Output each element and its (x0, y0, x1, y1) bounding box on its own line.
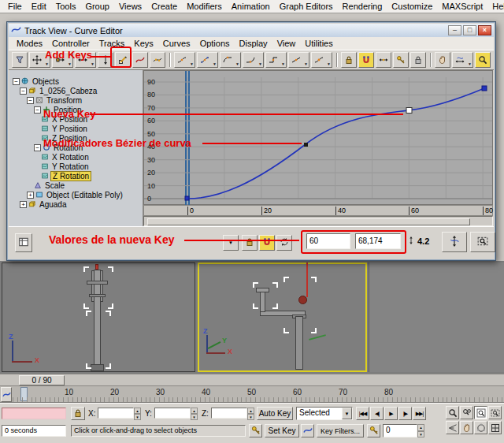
previous-frame-button[interactable]: ◀| (370, 407, 384, 420)
trackview-menu-controller[interactable]: Controller (47, 38, 94, 49)
trackview-menu-modes[interactable]: Modes (12, 38, 47, 49)
menu-item-rendering[interactable]: Rendering (338, 1, 387, 12)
field-of-view-button[interactable] (446, 421, 459, 434)
expander-icon[interactable]: − (27, 97, 34, 104)
zoom-region-button[interactable] (488, 406, 502, 419)
play-button[interactable]: ▶ (384, 407, 398, 420)
trackview-menu-utilities[interactable]: Utilities (300, 38, 337, 49)
zoom-horizontal-extents-button[interactable]: ▼ (452, 52, 473, 68)
zoom-value-extents-button[interactable] (442, 232, 467, 252)
expander-icon[interactable]: − (13, 78, 20, 85)
mini-curve-editor-button[interactable] (1, 387, 12, 402)
menu-item-help[interactable]: Help (487, 1, 504, 12)
menu-item-customize[interactable]: Customize (387, 1, 437, 12)
snap-frames-button[interactable] (358, 52, 374, 68)
curve-graph[interactable]: 9080706050403020100 (143, 70, 493, 205)
y-coordinate-field[interactable] (154, 408, 191, 419)
zoom-all-button[interactable] (460, 406, 473, 419)
expander-icon[interactable]: + (20, 201, 27, 208)
viewport-left[interactable]: Z X (2, 262, 195, 372)
x-spinner[interactable]: ▴▾ (134, 408, 141, 419)
tangent-smooth-button[interactable]: ▼ (311, 52, 332, 68)
tree-item-object-editable-poly[interactable]: +Object (Editable Poly) (9, 190, 143, 199)
snap-frames-toggle[interactable] (259, 235, 275, 251)
zoom-button[interactable] (475, 52, 491, 68)
tree-item-aguada[interactable]: +Aguada (9, 199, 143, 209)
arc-rotate-button[interactable] (474, 421, 487, 434)
show-key-stats-button[interactable] (15, 233, 32, 252)
time-slider-handle[interactable]: 0 / 90 (19, 375, 65, 385)
menu-item-edit[interactable]: Edit (27, 1, 51, 12)
tangent-custom-button[interactable]: ▼ (197, 52, 218, 68)
x-coordinate-field[interactable] (98, 408, 134, 419)
maxscript-mini-listener[interactable] (2, 408, 66, 419)
menu-item-file[interactable]: File (3, 1, 27, 12)
filter-button[interactable] (12, 52, 28, 68)
viewport-right-region[interactable] (369, 262, 504, 372)
tree-item-y-rotation[interactable]: Y Rotation (9, 162, 143, 171)
expander-icon[interactable]: + (27, 192, 34, 199)
next-frame-button[interactable]: |▶ (398, 407, 412, 420)
menu-item-modifiers[interactable]: Modifiers (182, 1, 227, 12)
lock-selected-keys-button[interactable] (242, 235, 258, 251)
draw-curves-button[interactable] (132, 52, 148, 68)
menu-item-maxscript[interactable]: MAXScript (437, 1, 487, 12)
expander-icon[interactable]: − (34, 144, 41, 151)
expander-icon[interactable]: − (20, 87, 27, 95)
scrollbar-thumb[interactable] (147, 218, 470, 225)
go-to-start-button[interactable]: |◀◀ (356, 407, 369, 420)
trackview-menu-display[interactable]: Display (235, 38, 272, 49)
zoom-button[interactable] (446, 406, 459, 419)
trackview-menu-curves[interactable]: Curves (158, 38, 195, 49)
lock-tangents-button[interactable] (410, 52, 426, 68)
selection-lock-button[interactable] (71, 407, 85, 420)
zoom-extents-button[interactable] (474, 406, 487, 419)
time-slider-track[interactable]: 0 / 90 (0, 374, 504, 386)
horizontal-scrollbar[interactable] (143, 216, 493, 226)
key-filters-button[interactable]: Key Filters... (317, 424, 364, 437)
tangent-step-button[interactable]: ▼ (265, 52, 287, 68)
menu-item-views[interactable]: Views (114, 1, 146, 12)
tree-item-1-0256-cabeza[interactable]: −1_0256_Cabeza (9, 86, 143, 95)
interactive-update-button[interactable] (276, 235, 292, 251)
zoom-region-button[interactable] (470, 232, 495, 252)
maximize-viewport-button[interactable] (488, 421, 502, 434)
trackview-titlebar[interactable]: Track View - Curve Editor – □ × (9, 24, 494, 37)
track-bar[interactable]: 1020304050607080 (0, 386, 504, 403)
show-keyable-button[interactable] (393, 52, 409, 68)
tangent-slow-button[interactable]: ▼ (243, 52, 264, 68)
y-spinner[interactable]: ▴▾ (191, 408, 198, 419)
frame-spinner[interactable]: ▴▾ (417, 424, 424, 437)
trackview-menu-keys[interactable]: Keys (129, 38, 158, 49)
z-spinner[interactable]: ▴▾ (247, 408, 254, 419)
z-coordinate-field[interactable] (211, 408, 247, 419)
key-mode-toggle[interactable] (367, 424, 380, 437)
tree-item-transform[interactable]: −Transform (9, 95, 143, 105)
trackview-menu-view[interactable]: View (272, 38, 301, 49)
tree-item-x-rotation[interactable]: X Rotation (9, 152, 143, 162)
menu-item-graph-editors[interactable]: Graph Editors (275, 1, 338, 12)
close-button[interactable]: × (478, 25, 491, 35)
auto-key-button[interactable]: Auto Key (257, 407, 293, 420)
tree-item-scale[interactable]: Scale (9, 181, 143, 190)
set-key-button[interactable]: Set Key (265, 424, 299, 437)
tangent-fast-button[interactable]: ▼ (220, 52, 241, 68)
pan-button[interactable] (435, 52, 450, 68)
viewport-active[interactable]: Z X Y (198, 262, 367, 372)
menu-item-tools[interactable]: Tools (51, 1, 81, 12)
minimize-button[interactable]: – (448, 25, 461, 35)
tangent-auto-button[interactable]: ▼ (174, 52, 195, 68)
menu-item-animation[interactable]: Animation (227, 1, 275, 12)
current-frame-field[interactable]: 0 (383, 424, 417, 437)
reduce-keys-button[interactable] (150, 52, 165, 68)
time-tag-field[interactable]: 0 seconds (2, 425, 66, 437)
trackview-menu-options[interactable]: Options (195, 38, 235, 49)
tree-item-y-position[interactable]: Y Position (9, 124, 143, 133)
maximize-button[interactable]: □ (463, 25, 476, 35)
go-to-end-button[interactable]: ▶▶| (413, 407, 426, 420)
tree-item-objects[interactable]: −Objects (9, 76, 143, 86)
track-set-dropdown[interactable]: ▼ (223, 235, 239, 251)
tree-item-z-rotation[interactable]: Z Rotation (9, 171, 143, 181)
tangent-linear-button[interactable]: ▼ (288, 52, 309, 68)
menu-item-group[interactable]: Group (80, 1, 114, 12)
